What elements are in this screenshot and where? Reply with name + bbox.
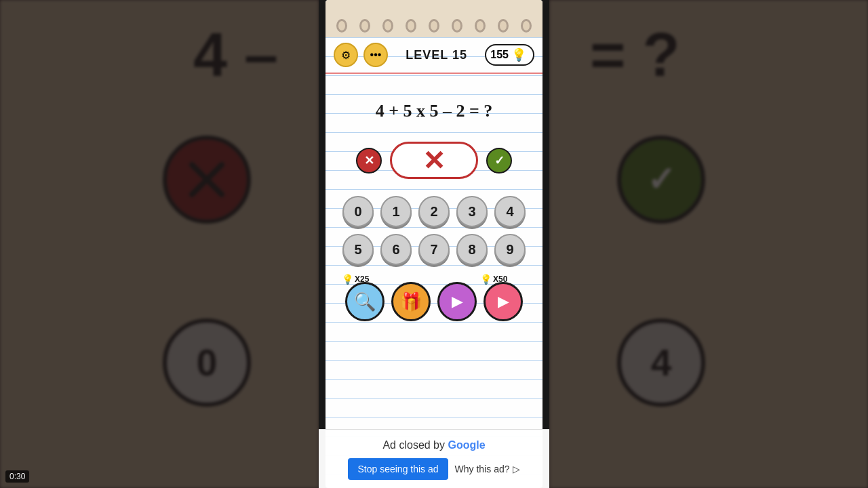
num-btn-8[interactable]: 8 (456, 234, 488, 265)
bulb-icon-2: 💡 (480, 274, 492, 285)
why-ad-button[interactable]: Why this ad? ▷ (455, 464, 520, 474)
bg-left-number: 4 – (193, 20, 278, 90)
ring-3 (359, 19, 370, 33)
num-btn-6[interactable]: 6 (380, 234, 412, 265)
bg-right-four-circle: 4 (617, 319, 705, 407)
why-ad-icon: ▷ (513, 464, 520, 474)
num-btn-3[interactable]: 3 (456, 196, 488, 227)
bg-left-cross-circle (163, 136, 251, 224)
numpad-row-2: 5 6 7 8 9 (342, 234, 526, 265)
num-btn-1[interactable]: 1 (380, 196, 412, 227)
play-button[interactable]: ▶ (484, 282, 523, 321)
bulb-icon-1: 💡 (342, 274, 353, 285)
correct-check-icon: ✓ (494, 153, 505, 168)
answer-area: ✕ ✕ ✓ (356, 142, 512, 179)
numpad: 0 1 2 3 4 5 6 7 8 9 (342, 196, 526, 265)
answer-box: ✕ (390, 142, 478, 179)
notebook: ⚙ ••• LEVEL 15 155 💡 4 + 5 x 5 – 2 = ? ✕ (326, 0, 542, 488)
ring-5 (406, 19, 416, 33)
num-btn-0[interactable]: 0 (342, 196, 374, 227)
ad-closed-prefix: Ad closed by (382, 439, 448, 451)
magnify-button[interactable]: 🔍 (345, 282, 384, 321)
ring-8 (475, 19, 486, 33)
level-label: LEVEL 15 (406, 48, 467, 62)
bg-right-check-circle: ✓ (617, 136, 705, 224)
bg-right-question: = ? (590, 20, 680, 90)
film-button[interactable]: ▶ (437, 282, 477, 321)
num-btn-2[interactable]: 2 (418, 196, 450, 227)
coins-count: 155 (490, 49, 509, 61)
ring-2 (336, 19, 347, 33)
torn-top (326, 0, 542, 37)
answer-x-display: ✕ (422, 147, 446, 174)
num-btn-5[interactable]: 5 (342, 234, 374, 265)
rings-row (326, 19, 542, 34)
timer-badge: 0:30 (5, 470, 29, 483)
ring-10 (521, 19, 532, 33)
game-header: ⚙ ••• LEVEL 15 155 💡 (326, 37, 542, 74)
coins-button[interactable]: 155 💡 (485, 44, 534, 66)
bg-left-zero-text: 0 (197, 341, 218, 384)
ad-buttons-row: Stop seeing this ad Why this ad? ▷ (348, 458, 519, 480)
ad-overlay: Ad closed by Google Stop seeing this ad … (319, 429, 549, 488)
ad-closed-message: Ad closed by Google (382, 439, 485, 451)
coins-icon: 💡 (511, 47, 526, 62)
main-content: 4 + 5 x 5 – 2 = ? ✕ ✕ ✓ 0 1 2 (326, 74, 542, 488)
bg-right-four-text: 4 (651, 341, 672, 384)
tool-magnify-container: 💡 X25 🔍 (345, 282, 384, 321)
why-ad-label: Why this ad? (455, 464, 510, 474)
settings-button[interactable]: ⚙ (334, 43, 358, 67)
num-btn-9[interactable]: 9 (494, 234, 526, 265)
background-left: 4 – 0 (0, 0, 319, 488)
stop-seeing-button[interactable]: Stop seeing this ad (348, 458, 448, 480)
ring-9 (498, 19, 509, 33)
num-btn-7[interactable]: 7 (418, 234, 450, 265)
more-icon: ••• (370, 49, 382, 61)
num-btn-4[interactable]: 4 (494, 196, 526, 227)
tool-play-container: 💡 X50 ▶ (484, 282, 523, 321)
wrong-x-icon: ✕ (364, 153, 374, 168)
ring-7 (452, 19, 462, 33)
equation-text: 4 + 5 x 5 – 2 = ? (376, 101, 493, 121)
gear-icon: ⚙ (341, 49, 351, 62)
background-right: = ? ✓ 4 (549, 0, 868, 488)
gift-button[interactable]: 🎁 (391, 282, 431, 321)
game-panel: ⚙ ••• LEVEL 15 155 💡 4 + 5 x 5 – 2 = ? ✕ (319, 0, 549, 488)
numpad-row-1: 0 1 2 3 4 (342, 196, 526, 227)
google-brand: Google (448, 439, 485, 451)
header-left-icons: ⚙ ••• (334, 43, 388, 67)
tools-row: 💡 X25 🔍 🎁 ▶ 💡 X50 ▶ (345, 275, 523, 328)
bg-left-zero-circle: 0 (163, 319, 251, 407)
correct-indicator: ✓ (486, 148, 512, 174)
ring-4 (382, 19, 393, 33)
wrong-indicator: ✕ (356, 148, 382, 174)
more-button[interactable]: ••• (363, 43, 388, 67)
film-icon: ▶ (452, 293, 463, 310)
ring-6 (429, 19, 439, 33)
